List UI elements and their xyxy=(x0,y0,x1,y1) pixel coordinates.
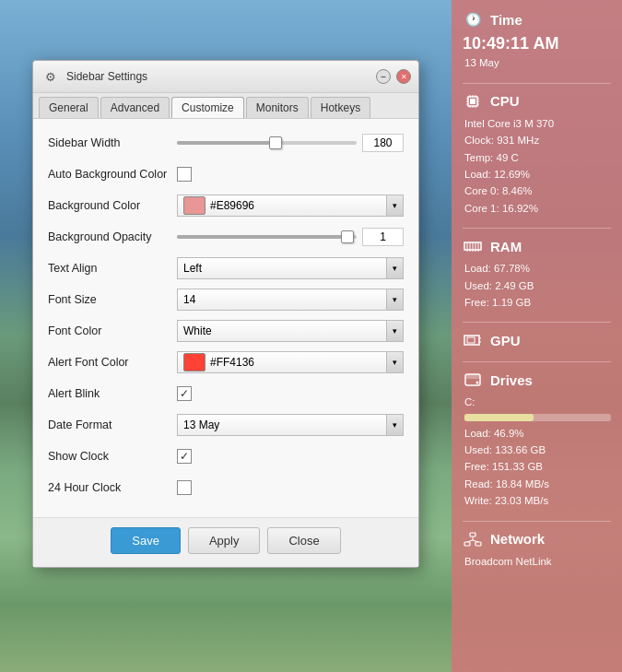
cpu-name: Intel Core i3 M 370 xyxy=(464,115,611,132)
show-clock-label: Show Clock xyxy=(48,450,177,463)
drive-load: Load: 46.9% xyxy=(464,425,611,442)
font-color-dropdown[interactable]: White ▾ xyxy=(177,320,404,342)
font-color-label: Font Color xyxy=(48,324,177,337)
cpu-core1: Core 1: 16.92% xyxy=(464,200,611,217)
sidebar-width-control: 180 xyxy=(177,134,404,152)
bg-opacity-label: Background Opacity xyxy=(48,230,177,243)
tab-advanced[interactable]: Advanced xyxy=(100,97,170,118)
cpu-clock: Clock: 931 MHz xyxy=(464,132,611,148)
cpu-load: Load: 12.69% xyxy=(464,166,611,183)
dialog-gear-icon: ⚙ xyxy=(41,66,61,87)
text-align-label: Text Align xyxy=(48,262,177,275)
network-adapter: Broadcom NetLink xyxy=(464,553,611,570)
dialog-close-button[interactable]: Close xyxy=(267,527,340,554)
tab-monitors[interactable]: Monitors xyxy=(246,97,309,118)
cpu-core0: Core 0: 8.46% xyxy=(464,183,611,199)
font-size-value: 14 xyxy=(183,293,397,306)
auto-bg-color-label: Auto Background Color xyxy=(48,168,177,181)
auto-bg-color-checkbox[interactable] xyxy=(177,167,192,182)
svg-rect-34 xyxy=(475,542,481,546)
font-color-value: White xyxy=(183,324,397,337)
bg-color-arrow: ▾ xyxy=(386,195,403,216)
drive-label: C: xyxy=(464,394,611,410)
sidebar-network-section: Network Broadcom NetLink xyxy=(463,529,611,570)
text-align-row: Text Align Left ▾ xyxy=(48,257,404,279)
drive-bar xyxy=(464,414,611,421)
network-title: Network xyxy=(463,529,611,549)
show-clock-row: Show Clock xyxy=(48,445,404,467)
font-size-row: Font Size 14 ▾ xyxy=(48,289,404,311)
drive-used: Used: 133.66 GB xyxy=(464,442,611,458)
sidebar-drives-section: Drives C: Load: 46.9% Used: 133.66 GB Fr… xyxy=(463,370,611,509)
minimize-button[interactable]: – xyxy=(376,69,391,84)
date-format-dropdown[interactable]: 13 May ▾ xyxy=(177,414,404,436)
apply-button[interactable]: Apply xyxy=(188,527,261,554)
font-size-arrow: ▾ xyxy=(386,289,403,310)
text-align-dropdown[interactable]: Left ▾ xyxy=(177,257,404,279)
sidebar-width-value[interactable]: 180 xyxy=(362,134,404,152)
close-icon: ✕ xyxy=(401,73,407,81)
ram-load: Load: 67.78% xyxy=(464,260,611,277)
alert-font-color-row: Alert Font Color #FF4136 ▾ xyxy=(48,351,404,373)
alert-blink-row: Alert Blink xyxy=(48,383,404,405)
time-title: 🕐 Time xyxy=(463,9,611,29)
cpu-title: CPU xyxy=(463,91,611,112)
ram-used: Used: 2.49 GB xyxy=(464,277,611,294)
bg-color-dropdown[interactable]: #E89696 ▾ xyxy=(177,195,404,217)
bg-opacity-value[interactable]: 1 xyxy=(362,228,404,246)
sidebar-width-slider[interactable] xyxy=(177,141,357,145)
bg-color-row: Background Color #E89696 ▾ xyxy=(48,195,404,217)
svg-rect-30 xyxy=(465,374,480,379)
sidebar-width-row: Sidebar Width 180 xyxy=(48,132,404,154)
sidebar-gpu-section: GPU xyxy=(463,330,611,350)
bg-opacity-row: Background Opacity 1 xyxy=(48,226,404,248)
sidebar-width-label: Sidebar Width xyxy=(48,136,177,149)
hour24-checkbox[interactable] xyxy=(177,480,192,495)
drive-write: Write: 23.03 MB/s xyxy=(464,492,611,509)
bg-color-value: #E89696 xyxy=(210,199,397,212)
alert-font-color-value: #FF4136 xyxy=(210,356,397,369)
drive-read: Read: 18.84 MB/s xyxy=(464,476,611,492)
tab-bar: General Advanced Customize Monitors Hotk… xyxy=(33,93,418,119)
drive-bar-fill xyxy=(464,414,534,421)
ram-title: RAM xyxy=(463,236,611,256)
dialog-footer: Save Apply Close xyxy=(33,517,418,567)
hour24-row: 24 Hour Clock xyxy=(48,477,404,499)
dialog-content: Sidebar Width 180 Auto Background Color … xyxy=(33,119,418,517)
bg-color-swatch xyxy=(183,196,205,215)
dialog-title-bar: ⚙ Sidebar Settings – ✕ xyxy=(33,61,418,93)
bg-opacity-slider[interactable] xyxy=(177,235,357,239)
font-size-dropdown[interactable]: 14 ▾ xyxy=(177,289,404,311)
alert-color-swatch xyxy=(183,353,205,371)
drive-free: Free: 151.33 GB xyxy=(464,458,611,475)
svg-rect-32 xyxy=(470,533,475,536)
alert-font-color-label: Alert Font Color xyxy=(48,356,177,369)
text-align-arrow: ▾ xyxy=(386,258,403,278)
alert-font-color-dropdown[interactable]: #FF4136 ▾ xyxy=(177,351,404,373)
bg-color-label: Background Color xyxy=(48,199,177,212)
network-icon xyxy=(463,529,483,549)
svg-rect-1 xyxy=(470,99,475,104)
clock-icon: 🕐 xyxy=(463,9,483,29)
auto-bg-color-row: Auto Background Color xyxy=(48,163,404,185)
tab-general[interactable]: General xyxy=(39,97,99,118)
close-button[interactable]: ✕ xyxy=(396,69,411,84)
tab-customize[interactable]: Customize xyxy=(171,97,244,118)
drive-icon xyxy=(463,370,483,390)
svg-point-31 xyxy=(476,382,479,384)
sidebar-cpu-section: CPU Intel Core i3 M 370 Clock: 931 MHz T… xyxy=(463,91,611,217)
cpu-temp: Temp: 49 C xyxy=(464,149,611,166)
font-size-label: Font Size xyxy=(48,293,177,306)
dialog-title: Sidebar Settings xyxy=(66,70,370,83)
show-clock-checkbox[interactable] xyxy=(177,449,192,464)
save-button[interactable]: Save xyxy=(111,527,181,554)
gpu-title: GPU xyxy=(463,330,611,350)
sidebar-time-section: 🕐 Time 10:49:11 AM 13 May xyxy=(463,9,611,72)
hour24-label: 24 Hour Clock xyxy=(48,481,177,494)
sidebar-ram-section: RAM Load: 67.78% Used: 2.49 GB Free: 1.1… xyxy=(463,236,611,311)
svg-line-37 xyxy=(473,540,478,542)
tab-hotkeys[interactable]: Hotkeys xyxy=(311,97,370,118)
alert-blink-checkbox[interactable] xyxy=(177,386,192,401)
time-date: 13 May xyxy=(463,54,611,71)
gpu-icon xyxy=(463,330,483,350)
